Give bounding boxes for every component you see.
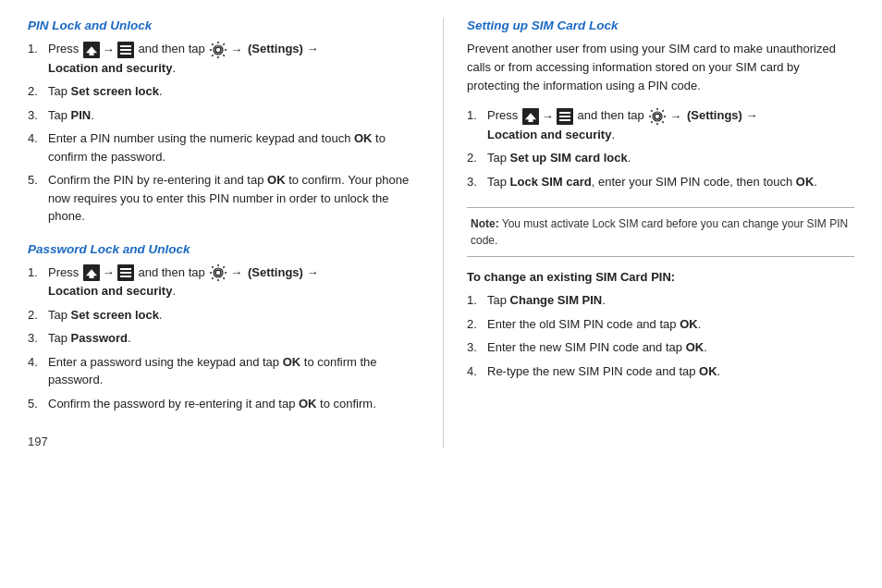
gear-icon (209, 263, 227, 282)
step-content: Tap PIN. (48, 106, 415, 125)
pin-step-3: 3. Tap PIN. (28, 106, 415, 125)
svg-point-4 (655, 114, 660, 119)
step-content: Enter a PIN number using the numeric key… (48, 129, 415, 165)
step-content: Tap Set up SIM card lock. (487, 149, 854, 167)
sim-intro: Prevent another user from using your SIM… (467, 40, 854, 95)
step-content: Enter the new SIM PIN code and tap OK. (487, 338, 854, 357)
note-text: You must activate Lock SIM card before y… (471, 217, 848, 247)
settings-arrow: → (230, 263, 242, 282)
step-content: Tap Lock SIM card, enter your SIM PIN co… (487, 173, 854, 191)
menu-icon (117, 42, 134, 58)
step-num: 2. (28, 306, 48, 325)
pin-label: PIN (71, 108, 92, 122)
step-num: 2. (467, 149, 487, 167)
pass-step-1: 1. Press → and then tap → (Settings) →Lo… (28, 263, 415, 300)
pass-step-3: 3. Tap Password. (28, 329, 415, 348)
sim-step-1: 1. Press → and then tap → (Settings) →Lo… (467, 106, 854, 143)
ok-label: OK (796, 175, 815, 189)
pin-step-5: 5. Confirm the PIN by re-entering it and… (28, 171, 415, 226)
pin-step-2: 2. Tap Set screen lock. (28, 82, 415, 101)
step-content: Tap Set screen lock. (48, 82, 415, 101)
pin-lock-title: PIN Lock and Unlock (28, 18, 415, 32)
arrow-icon: → (542, 107, 554, 126)
menu-icon (117, 264, 134, 281)
step-content: Tap Password. (48, 329, 415, 348)
change-pin-step-1: 1. Tap Change SIM PIN. (467, 291, 854, 310)
set-screen-lock-label: Set screen lock (71, 84, 159, 98)
change-pin-step-2: 2. Enter the old SIM PIN code and tap OK… (467, 315, 854, 334)
home-icon (83, 264, 100, 281)
sim-lock-section: Setting up SIM Card Lock Prevent another… (467, 18, 854, 190)
page-number: 197 (28, 435, 415, 448)
set-screen-lock-label: Set screen lock (71, 308, 159, 322)
change-pin-step-4: 4. Re-type the new SIM PIN code and tap … (467, 362, 854, 381)
step-num: 4. (467, 362, 487, 381)
step-content: Press → and then tap → (Settings) →Locat… (48, 263, 415, 300)
ok-label: OK (680, 317, 698, 331)
change-pin-heading: To change an existing SIM Card PIN: (467, 270, 854, 284)
sim-lock-title: Setting up SIM Card Lock (467, 18, 854, 32)
step-content: Re-type the new SIM PIN code and tap OK. (487, 362, 854, 381)
pin-lock-section: PIN Lock and Unlock 1. Press → and then … (28, 18, 415, 226)
password-lock-steps: 1. Press → and then tap → (Settings) →Lo… (28, 263, 415, 413)
step-num: 2. (467, 315, 487, 334)
password-lock-section: Password Lock and Unlock 1. Press → and … (28, 242, 415, 413)
settings-arrow: → (230, 41, 242, 59)
step-num: 2. (28, 82, 48, 101)
step-num: 1. (28, 263, 48, 300)
step-content: Press → and then tap → (Settings) →Locat… (48, 40, 415, 77)
right-column: Setting up SIM Card Lock Prevent another… (443, 18, 854, 448)
step-num: 1. (28, 40, 48, 77)
gear-icon (209, 41, 227, 59)
lock-sim-card-label: Lock SIM card (510, 175, 592, 189)
pass-step-5: 5. Confirm the password by re-entering i… (28, 395, 415, 413)
ok-label: OK (354, 131, 373, 145)
ok-label: OK (699, 364, 717, 378)
arrow-icon: → (103, 263, 115, 282)
page-layout: PIN Lock and Unlock 1. Press → and then … (28, 18, 854, 448)
gear-icon (648, 107, 667, 126)
step-num: 3. (28, 106, 48, 125)
settings-arrow: → (669, 107, 681, 126)
ok-label: OK (299, 397, 317, 410)
home-icon (522, 108, 539, 125)
svg-point-0 (215, 47, 221, 53)
step-num: 5. (28, 171, 48, 226)
change-pin-step-3: 3. Enter the new SIM PIN code and tap OK… (467, 338, 854, 357)
home-icon (83, 42, 100, 58)
step-num: 3. (467, 173, 487, 191)
password-lock-title: Password Lock and Unlock (28, 242, 415, 256)
sim-step-2: 2. Tap Set up SIM card lock. (467, 149, 854, 167)
step-content: Enter the old SIM PIN code and tap OK. (487, 315, 854, 334)
left-column: PIN Lock and Unlock 1. Press → and then … (28, 18, 415, 448)
svg-point-2 (215, 270, 221, 276)
step-content: Press → and then tap → (Settings) →Locat… (487, 106, 854, 143)
ok-label: OK (686, 340, 704, 354)
step-num: 3. (467, 338, 487, 357)
note-label: Note: (471, 217, 499, 230)
step-content: Tap Set screen lock. (48, 306, 415, 325)
step-num: 1. (467, 106, 487, 143)
change-pin-section: To change an existing SIM Card PIN: 1. T… (467, 270, 854, 380)
step-num: 1. (467, 291, 487, 310)
sim-card-lock-label: Set up SIM card lock (510, 151, 628, 165)
pin-step-1: 1. Press → and then tap → (Settings) →Lo… (28, 40, 415, 77)
step-num: 4. (28, 353, 48, 389)
ok-label: OK (267, 173, 286, 187)
change-pin-steps: 1. Tap Change SIM PIN. 2. Enter the old … (467, 291, 854, 380)
step-num: 4. (28, 129, 48, 165)
menu-icon (557, 108, 573, 125)
step-content: Confirm the PIN by re-entering it and ta… (48, 171, 415, 226)
password-label: Password (71, 331, 128, 345)
sim-lock-steps: 1. Press → and then tap → (Settings) →Lo… (467, 106, 854, 190)
pass-step-4: 4. Enter a password using the keypad and… (28, 353, 415, 389)
step-num: 5. (28, 395, 48, 413)
pin-step-4: 4. Enter a PIN number using the numeric … (28, 129, 415, 165)
pin-lock-steps: 1. Press → and then tap → (Settings) →Lo… (28, 40, 415, 226)
step-content: Enter a password using the keypad and ta… (48, 353, 415, 389)
step-content: Confirm the password by re-entering it a… (48, 395, 415, 413)
arrow-icon: → (103, 41, 115, 59)
sim-step-3: 3. Tap Lock SIM card, enter your SIM PIN… (467, 173, 854, 191)
ok-label: OK (283, 355, 301, 369)
pass-step-2: 2. Tap Set screen lock. (28, 306, 415, 325)
